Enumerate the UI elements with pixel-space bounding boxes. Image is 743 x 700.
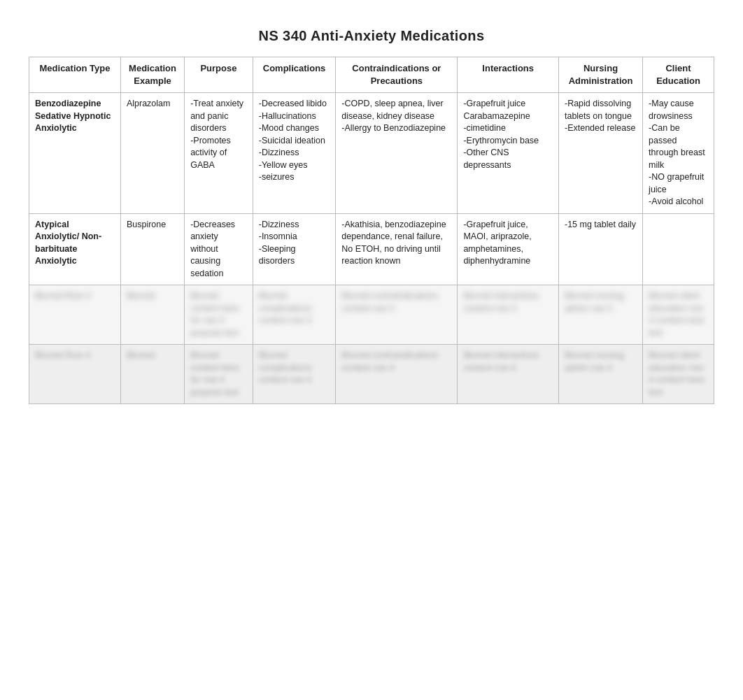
page-title: NS 340 Anti-Anxiety Medications [14,28,729,44]
cell-r1-c4: -Akathisia, benzodiazepine dependance, r… [336,213,458,285]
cell-r3-c3: Blurred complications content row 4 [253,345,336,404]
cell-r3-c4: Blurred contraindications content row 4 [336,345,458,404]
medication-table: Medication TypeMedication ExamplePurpose… [29,57,714,404]
table-row: Blurred Row 3BlurredBlurred content here… [29,285,714,345]
cell-r2-c4: Blurred contraindications content row 3 [336,285,458,345]
col-header-4: Contraindications or Precautions [336,57,458,93]
col-header-1: Medication Example [120,57,184,93]
cell-r2-c7: Blurred client education row 3 content h… [643,285,714,345]
cell-r0-c2: -Treat anxiety and panic disorders-Promo… [185,93,253,214]
cell-r3-c7: Blurred client education row 4 content h… [643,345,714,404]
cell-r0-c5: -Grapefruit juice Carabamazepine-cimetid… [458,93,559,214]
cell-r0-c3: -Decreased libido-Hallucinations-Mood ch… [253,93,336,214]
cell-r3-c0: Blurred Row 4 [29,345,121,404]
cell-r3-c5: Blurred interactions content row 4 [458,345,559,404]
cell-r0-c4: -COPD, sleep apnea, liver disease, kidne… [336,93,458,214]
cell-r3-c2: Blurred content here for row 4 purpose t… [185,345,253,404]
col-header-2: Purpose [185,57,253,93]
table-header-row: Medication TypeMedication ExamplePurpose… [29,57,714,93]
cell-r2-c5: Blurred interactions content row 3 [458,285,559,345]
cell-r2-c2: Blurred content here for row 3 purpose t… [185,285,253,345]
cell-r3-c1: Blurred [120,345,184,404]
col-header-6: Nursing Administration [558,57,642,93]
cell-r2-c6: Blurred nursing admin row 3 [558,285,642,345]
cell-r1-c5: -Grapefruit juice, MAOI, ariprazole, amp… [458,213,559,285]
col-header-0: Medication Type [29,57,121,93]
cell-r1-c7 [643,213,714,285]
cell-r0-c1: Alprazolam [120,93,184,214]
table-row: Blurred Row 4BlurredBlurred content here… [29,345,714,404]
col-header-3: Complications [253,57,336,93]
cell-r1-c2: -Decreases anxiety without causing sedat… [185,213,253,285]
cell-r2-c1: Blurred [120,285,184,345]
cell-r1-c1: Buspirone [120,213,184,285]
cell-r1-c0: Atypical Anxiolytic/ Non-barbituate Anxi… [29,213,121,285]
col-header-5: Interactions [458,57,559,93]
cell-r2-c3: Blurred complications content row 3 [253,285,336,345]
cell-r1-c6: -15 mg tablet daily [558,213,642,285]
cell-r0-c0: Benzodiazepine Sedative Hypnotic Anxioly… [29,93,121,214]
cell-r1-c3: -Dizziness-Insomnia-Sleeping disorders [253,213,336,285]
table-row: Benzodiazepine Sedative Hypnotic Anxioly… [29,93,714,214]
cell-r2-c0: Blurred Row 3 [29,285,121,345]
cell-r3-c6: Blurred nursing admin row 4 [558,345,642,404]
table-row: Atypical Anxiolytic/ Non-barbituate Anxi… [29,213,714,285]
col-header-7: Client Education [643,57,714,93]
cell-r0-c7: -May cause drowsiness-Can be passed thro… [643,93,714,214]
cell-r0-c6: -Rapid dissolving tablets on tongue-Exte… [558,93,642,214]
